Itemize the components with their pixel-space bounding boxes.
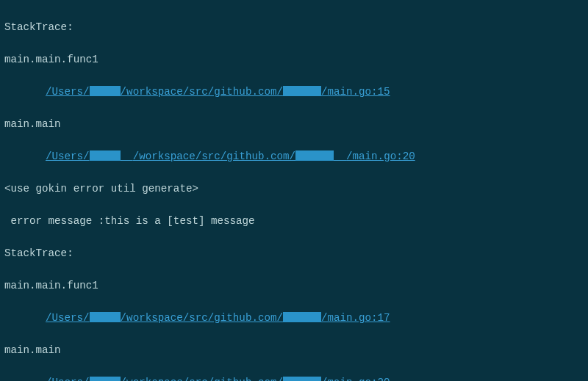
redacted-segment — [283, 377, 321, 381]
file-link[interactable]: /Users/ /workspace/src/github.com/ /main… — [46, 150, 415, 162]
file-link[interactable]: /Users//workspace/src/github.com//main.g… — [46, 86, 390, 98]
stack-frame: main.main.func1 — [4, 280, 98, 291]
stacktrace-label: StackTrace: — [4, 247, 74, 259]
redacted-segment — [283, 86, 321, 96]
redacted-segment — [295, 150, 334, 161]
stack-frame: main.main — [4, 344, 61, 356]
stacktrace-label: StackTrace: — [4, 21, 74, 33]
redacted-segment — [90, 150, 121, 161]
file-link[interactable]: /Users//workspace/src/github.com//main.g… — [46, 377, 390, 381]
redacted-segment — [283, 312, 321, 322]
file-link[interactable]: /Users//workspace/src/github.com//main.g… — [46, 312, 390, 324]
generator-tag: <use gokin error util generate> — [4, 183, 198, 195]
redacted-segment — [90, 377, 121, 381]
stack-frame: main.main — [4, 118, 61, 130]
error-message: error message :this is a [test] message — [4, 215, 255, 227]
redacted-segment — [90, 86, 121, 96]
stack-frame: main.main.func1 — [4, 54, 98, 65]
redacted-segment — [90, 312, 121, 322]
terminal-output: StackTrace: main.main.func1 /Users//work… — [0, 0, 588, 381]
